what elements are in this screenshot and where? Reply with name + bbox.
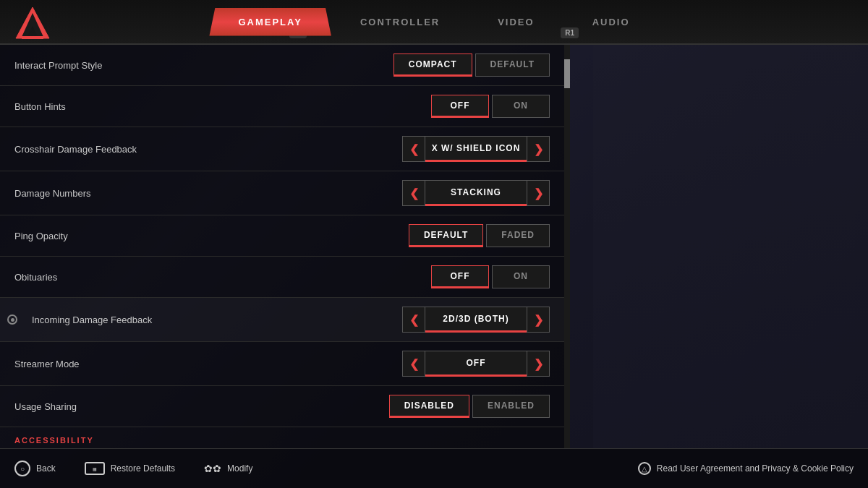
value-incoming-damage: 2D/3D (Both) bbox=[425, 307, 527, 333]
bottom-bar: ○ Back ▦ Restore Defaults ✿✿ Modify △ Re… bbox=[0, 448, 868, 488]
row-streamer-mode: Streamer Mode ❮ Off ❯ bbox=[0, 342, 564, 386]
label-usage-sharing: Usage Sharing bbox=[14, 401, 389, 412]
arrow-left-streamer[interactable]: ❮ bbox=[402, 351, 425, 377]
toggle-default[interactable]: Default bbox=[475, 53, 550, 77]
settings-panel: Interact Prompt Style Compact Default Bu… bbox=[0, 45, 564, 448]
value-crosshair-damage: X w/ Shield Icon bbox=[425, 136, 527, 162]
apex-logo bbox=[14, 6, 51, 42]
svg-rect-3 bbox=[33, 36, 43, 39]
back-action[interactable]: ○ Back bbox=[14, 461, 56, 476]
toggle-compact[interactable]: Compact bbox=[393, 53, 472, 77]
toggle-button-hints: Off On bbox=[431, 95, 550, 118]
modify-label: Modify bbox=[227, 463, 252, 474]
row-damage-numbers: Damage Numbers ❮ Stacking ❯ bbox=[0, 171, 564, 215]
scrollbar-thumb[interactable] bbox=[564, 59, 570, 88]
focus-dot bbox=[11, 318, 14, 322]
toggle-disabled-usage[interactable]: Disabled bbox=[389, 395, 469, 418]
tab-video[interactable]: VIDEO bbox=[469, 9, 563, 35]
arrow-streamer-mode: ❮ Off ❯ bbox=[402, 351, 550, 377]
row-usage-sharing: Usage Sharing Disabled Enabled bbox=[0, 386, 564, 427]
scrollbar-track[interactable] bbox=[564, 45, 570, 448]
arrow-left-incoming[interactable]: ❮ bbox=[402, 307, 425, 333]
arrow-right-streamer[interactable]: ❯ bbox=[527, 351, 550, 377]
label-crosshair-damage: Crosshair Damage Feedback bbox=[14, 144, 402, 155]
agreement-label: Read User Agreement and Privacy & Cookie… bbox=[657, 463, 854, 474]
row-button-hints: Button Hints Off On bbox=[0, 86, 564, 127]
toggle-on-obit[interactable]: On bbox=[492, 265, 550, 288]
back-label: Back bbox=[36, 463, 56, 474]
toggle-usage-sharing: Disabled Enabled bbox=[389, 395, 550, 418]
main-content: Interact Prompt Style Compact Default Bu… bbox=[0, 45, 868, 448]
svg-rect-2 bbox=[22, 36, 33, 39]
restore-label: Restore Defaults bbox=[111, 463, 175, 474]
toggle-on-hints[interactable]: On bbox=[492, 95, 550, 118]
row-crosshair-damage: Crosshair Damage Feedback ❮ X w/ Shield … bbox=[0, 127, 564, 171]
focus-indicator bbox=[7, 314, 17, 325]
arrow-left-damage[interactable]: ❮ bbox=[402, 180, 425, 206]
tab-controller[interactable]: CONTROLLER bbox=[331, 9, 469, 35]
arrow-crosshair-damage: ❮ X w/ Shield Icon ❯ bbox=[402, 136, 550, 162]
top-nav: L1 GAMEPLAY CONTROLLER VIDEO AUDIO R1 bbox=[0, 0, 868, 45]
label-button-hints: Button Hints bbox=[14, 101, 431, 112]
restore-action[interactable]: ▦ Restore Defaults bbox=[85, 462, 175, 475]
label-incoming-damage: Incoming Damage Feedback bbox=[14, 314, 402, 325]
value-streamer-mode: Off bbox=[425, 351, 527, 377]
triangle-icon: △ bbox=[638, 462, 651, 475]
label-streamer-mode: Streamer Mode bbox=[14, 359, 402, 369]
modify-action[interactable]: ✿✿ Modify bbox=[204, 463, 252, 474]
modify-icon: ✿✿ bbox=[204, 463, 221, 474]
arrow-incoming-damage: ❮ 2D/3D (Both) ❯ bbox=[402, 307, 550, 333]
right-agreement[interactable]: △ Read User Agreement and Privacy & Cook… bbox=[638, 462, 854, 475]
toggle-default-ping[interactable]: Default bbox=[409, 224, 483, 247]
arrow-right-damage[interactable]: ❯ bbox=[527, 180, 550, 206]
toggle-obituaries: Off On bbox=[431, 265, 550, 288]
label-damage-numbers: Damage Numbers bbox=[14, 188, 402, 199]
toggle-ping-opacity: Default Faded bbox=[409, 224, 550, 247]
label-obituaries: Obituaries bbox=[14, 272, 431, 283]
toggle-off-hints[interactable]: Off bbox=[431, 95, 489, 118]
arrow-right-incoming[interactable]: ❯ bbox=[527, 307, 550, 333]
label-interact-prompt-style: Interact Prompt Style bbox=[14, 60, 393, 71]
arrow-right-crosshair[interactable]: ❯ bbox=[527, 136, 550, 162]
row-incoming-damage: Incoming Damage Feedback ❮ 2D/3D (Both) … bbox=[0, 298, 564, 342]
toggle-enabled-usage[interactable]: Enabled bbox=[472, 395, 550, 418]
circle-icon: ○ bbox=[14, 461, 30, 476]
toggle-faded-ping[interactable]: Faded bbox=[486, 224, 550, 247]
keyboard-icon: ▦ bbox=[85, 462, 105, 475]
row-ping-opacity: Ping Opacity Default Faded bbox=[0, 215, 564, 257]
tab-gameplay[interactable]: GAMEPLAY bbox=[209, 8, 331, 36]
right-panel bbox=[570, 45, 868, 448]
row-obituaries: Obituaries Off On bbox=[0, 257, 564, 298]
accessibility-section-header: ACCESSIBILITY bbox=[0, 427, 564, 448]
value-damage-numbers: Stacking bbox=[425, 180, 527, 206]
label-ping-opacity: Ping Opacity bbox=[14, 231, 409, 241]
r1-badge: R1 bbox=[561, 27, 579, 38]
row-interact-prompt-style: Interact Prompt Style Compact Default bbox=[0, 45, 564, 86]
nav-tabs: GAMEPLAY CONTROLLER VIDEO AUDIO bbox=[209, 8, 658, 36]
toggle-off-obit[interactable]: Off bbox=[431, 265, 489, 288]
arrow-damage-numbers: ❮ Stacking ❯ bbox=[402, 180, 550, 206]
arrow-left-crosshair[interactable]: ❮ bbox=[402, 136, 425, 162]
toggle-interact-prompt-style: Compact Default bbox=[393, 53, 550, 77]
